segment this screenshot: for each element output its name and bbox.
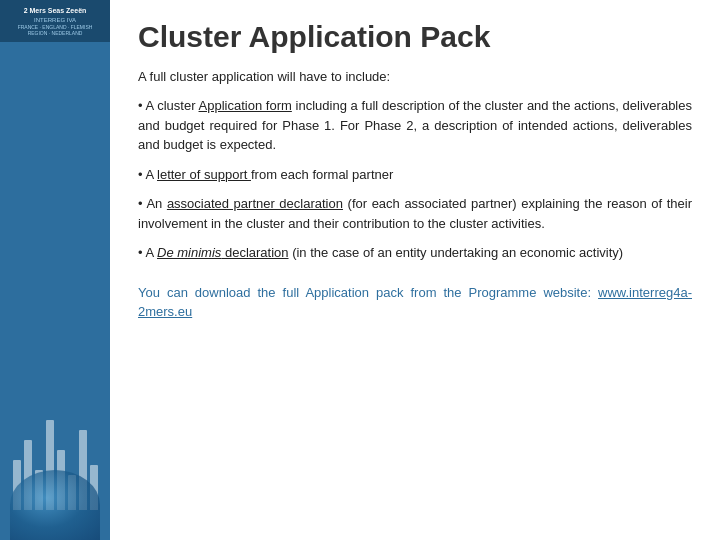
bullet-3-prefix: • An [138, 196, 167, 211]
main-content: Cluster Application Pack A full cluster … [110, 0, 720, 540]
letter-of-support-link[interactable]: letter of support [157, 167, 251, 182]
bullet-de-minimis: • A De minimis declaration (in the case … [138, 243, 692, 263]
sidebar-logo-subtitle: INTERREG IVA FRANCE · ENGLAND · FLEMISH … [8, 17, 102, 36]
sidebar-logo: 2 Mers Seas Zeeën INTERREG IVA FRANCE · … [0, 0, 110, 42]
application-form-link[interactable]: Application form [199, 98, 292, 113]
de-minimis-declaration: declaration [221, 245, 288, 260]
intro-text: A full cluster application will have to … [138, 69, 692, 84]
sidebar: 2 Mers Seas Zeeën INTERREG IVA FRANCE · … [0, 0, 110, 540]
bullet-application-form: • A cluster Application form including a… [138, 96, 692, 155]
bullet-1-prefix: • A cluster [138, 98, 199, 113]
bullet-4-prefix: • A [138, 245, 157, 260]
de-minimis-link[interactable]: De minimis [157, 245, 221, 260]
associated-partner-link[interactable]: associated partner declaration [167, 196, 343, 211]
bullet-2-prefix: • A [138, 167, 157, 182]
download-text-label: You can download the full Application pa… [138, 285, 598, 300]
page-title: Cluster Application Pack [138, 20, 692, 53]
bullet-4-suffix: (in the case of an entity undertaking an… [289, 245, 624, 260]
bullet-letter-of-support: • A letter of support from each formal p… [138, 165, 692, 185]
download-section: You can download the full Application pa… [138, 283, 692, 322]
bullet-associated-partner: • An associated partner declaration (for… [138, 194, 692, 233]
sidebar-graphic [0, 42, 110, 540]
globe-graphic [10, 470, 100, 540]
bullet-2-suffix: from each formal partner [251, 167, 393, 182]
sidebar-logo-title: 2 Mers Seas Zeeën [8, 6, 102, 15]
